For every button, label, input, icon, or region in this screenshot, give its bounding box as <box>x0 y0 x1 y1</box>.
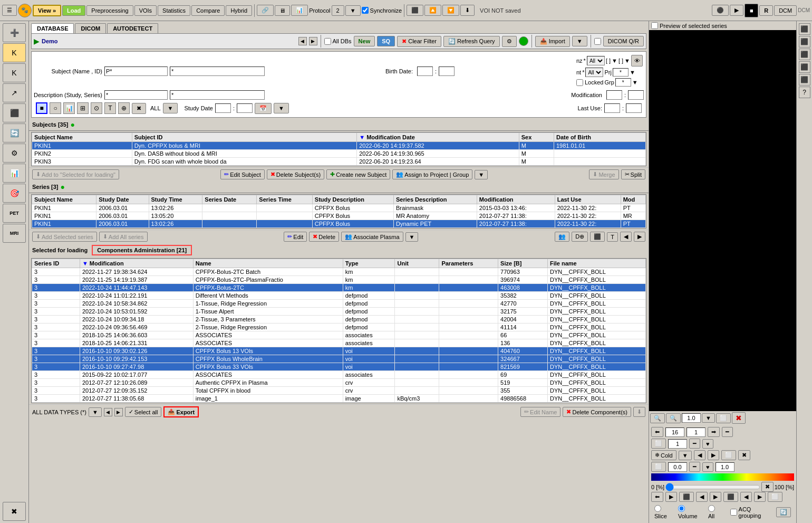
shape-circle[interactable]: ○ <box>50 102 61 114</box>
series-icon6[interactable]: ▶ <box>634 232 645 242</box>
far-icon4[interactable]: ⬛ <box>799 61 810 73</box>
left-icon-black[interactable]: ⬛ <box>3 103 26 122</box>
all-data-next[interactable]: ▶ <box>114 408 123 416</box>
plasma-dropdown[interactable]: ▼ <box>405 232 419 242</box>
bc2[interactable]: ▶ <box>665 492 677 502</box>
load-button[interactable]: Load <box>62 5 85 16</box>
options-btn[interactable]: ⚙ <box>502 36 517 47</box>
link-button[interactable]: 🔗 <box>257 5 274 16</box>
heart-icon-btn[interactable]: ♥ <box>702 439 713 449</box>
far-icon5[interactable]: ⬛ <box>799 74 810 85</box>
left-icon-chart[interactable]: 📊 <box>3 164 26 183</box>
import-dropdown[interactable]: ▼ <box>572 36 587 46</box>
view-select-btn[interactable]: 👁 <box>631 55 643 66</box>
component-row-6[interactable]: 32022-10-24 10:09:34.182-Tissue, 3 Param… <box>32 316 646 324</box>
col-s-modality[interactable]: Mod <box>621 195 645 204</box>
left-icon-mri[interactable]: MRI <box>3 224 26 243</box>
mod-from[interactable] <box>606 90 622 100</box>
black-square-btn[interactable]: ■ <box>745 4 758 17</box>
slice-num2-input[interactable]: 1 <box>687 427 705 437</box>
description-study-input[interactable] <box>104 90 168 100</box>
r-button[interactable]: R <box>759 5 773 16</box>
merge-btn[interactable]: ⬇ Merge <box>589 169 618 179</box>
prj-input[interactable] <box>613 68 629 77</box>
subject-name-input[interactable] <box>104 66 168 76</box>
left-icon-refresh[interactable]: 🔄 <box>3 123 26 142</box>
synchronize-checkbox[interactable]: Synchronize <box>362 7 402 14</box>
split-btn[interactable]: ✂ Split <box>621 169 645 179</box>
green-circle-btn[interactable] <box>519 36 528 46</box>
left-icon-gear[interactable]: ⚙ <box>3 144 26 163</box>
fit-btn[interactable]: ⬜ <box>716 413 731 423</box>
subject-id-input[interactable] <box>170 66 265 76</box>
zoom-out-btn[interactable]: 🔍 <box>650 413 665 423</box>
demo-next[interactable]: ▶ <box>309 37 317 45</box>
col-s-study-date[interactable]: Study Date <box>96 195 149 204</box>
component-row-3[interactable]: 32022-10-24 11:01:22.191Different Vt Met… <box>32 292 646 300</box>
assign-dropdown-btn[interactable]: ▼ <box>475 170 488 179</box>
preview-checkbox[interactable]: Preview of selected series <box>651 22 727 29</box>
component-row-10[interactable]: 32016-10-10 09:30:02.126CPFPX Bolus 13 V… <box>32 347 646 355</box>
cold-icon2[interactable]: ⬜ <box>721 450 736 460</box>
series-icon5[interactable]: ◀ <box>620 232 632 242</box>
col-c-file[interactable]: File name <box>548 259 646 268</box>
view-button[interactable]: View » <box>33 5 61 16</box>
right-icon1[interactable]: ⚫ <box>712 5 729 16</box>
shape-bar[interactable]: 📊 <box>63 102 75 114</box>
val2-icon[interactable]: ♥ <box>702 462 713 472</box>
edit-subject-btn[interactable]: ✏ Edit Subject <box>220 169 265 179</box>
col-s-mod[interactable]: Modification <box>477 195 555 204</box>
tab-database[interactable]: DATABASE <box>31 23 74 33</box>
toolbar-icon2[interactable]: 🔼 <box>424 5 441 16</box>
val-slider[interactable]: ━ <box>689 462 700 472</box>
component-row-5[interactable]: 32022-10-24 10:53:01.5921-Tissue Alpertd… <box>32 308 646 316</box>
pkin-icon-button[interactable]: 🐾 <box>18 4 32 17</box>
shape-ring[interactable]: ⊙ <box>91 102 102 114</box>
far-icon1[interactable]: ⬛ <box>799 23 810 35</box>
dicom-qr-button[interactable]: DICOM Q/R <box>603 36 644 46</box>
bc7[interactable]: ◀ <box>740 492 752 502</box>
hybrid-button[interactable]: Hybrid <box>226 5 252 16</box>
vol-icon-btn[interactable]: ⬜ <box>651 439 666 449</box>
zoom-input[interactable]: 1.0 <box>682 413 701 423</box>
cold-next[interactable]: ▶ <box>708 450 719 460</box>
grp-input[interactable] <box>615 78 631 87</box>
new-button[interactable]: New <box>354 36 375 46</box>
col-c-size[interactable]: Size [B] <box>498 259 548 268</box>
col-sex[interactable]: Sex <box>519 133 554 142</box>
component-row-2[interactable]: 32022-10-24 11:44:47.143CPFPX-Bolus-2TCk… <box>32 284 646 292</box>
last-use-from[interactable] <box>604 103 620 113</box>
col-subject-id[interactable]: Subject ID <box>132 133 357 142</box>
nz-select[interactable]: All <box>587 56 605 65</box>
col-c-type[interactable]: Type <box>343 259 395 268</box>
col-dob[interactable]: Date of Birth <box>554 133 645 142</box>
dcm-btn[interactable]: DCM <box>774 5 797 16</box>
left-icon-target[interactable]: 🎯 <box>3 184 26 203</box>
close-image-btn[interactable]: ✖ <box>732 412 746 424</box>
locked-checkbox[interactable]: Locked <box>576 79 603 86</box>
all-dropdown[interactable]: ▼ <box>163 103 178 113</box>
birth-date-from[interactable] <box>417 66 433 76</box>
add-selected-series-btn[interactable]: ⬇ Add Selected series <box>32 232 97 242</box>
delete-series-btn[interactable]: ✖ Delete <box>309 232 339 242</box>
component-row-9[interactable]: 32018-10-25 14:06:21.331ASSOCIATESassoci… <box>32 339 646 347</box>
far-icon2[interactable]: ⬛ <box>799 36 810 47</box>
subject-row-1[interactable]: PKIN2 Dyn. DASB without blood & MRI 2022… <box>32 150 646 158</box>
tab-dicom[interactable]: DICOM <box>75 23 106 33</box>
right-arrow[interactable]: ▶ <box>730 5 743 16</box>
series-row-1[interactable]: PKIN1 2006.03.01 13:05:20 CPFPX Bolus MR… <box>32 212 646 220</box>
series-icon2[interactable]: D⊕ <box>572 232 588 242</box>
add-all-series-btn[interactable]: ⬇ Add All series <box>99 232 148 242</box>
component-row-16[interactable]: 32012-07-27 11:38:05.68image_1imagekBq/c… <box>32 395 646 403</box>
left-icon-k1[interactable]: K <box>3 63 26 82</box>
delete-subject-btn[interactable]: ✖ Delete Subject(s) <box>267 169 324 179</box>
protocol-dropdown[interactable]: ▼ <box>345 5 361 16</box>
bc8[interactable]: ▶ <box>754 492 766 502</box>
bc5[interactable]: ▶ <box>710 492 721 502</box>
shape-grid[interactable]: ⊞ <box>77 102 89 114</box>
mod-to[interactable] <box>628 90 644 100</box>
export-btn[interactable]: 📤 Export <box>163 406 199 417</box>
shape-square[interactable]: ■ <box>36 102 47 114</box>
add-selected-subject-btn[interactable]: ⬇ Add to "Selected for loading" <box>32 169 119 179</box>
sq-button[interactable]: SQ <box>377 36 395 46</box>
